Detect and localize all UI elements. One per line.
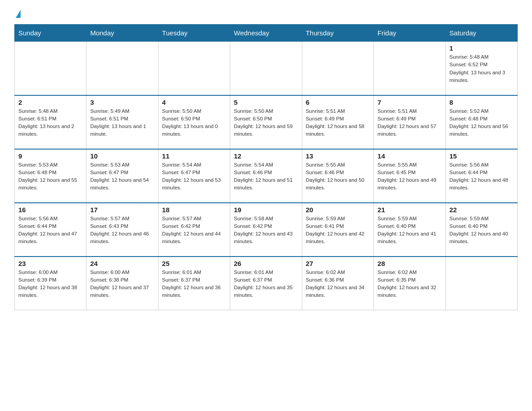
day-number: 16: [18, 206, 82, 214]
day-info-text: Sunset: 6:48 PM: [18, 169, 82, 176]
day-info-text: Sunset: 6:40 PM: [378, 223, 442, 230]
day-info-text: Sunset: 6:42 PM: [162, 223, 226, 230]
calendar-cell: 11Sunrise: 5:54 AMSunset: 6:47 PMDayligh…: [158, 149, 230, 203]
calendar-cell: 13Sunrise: 5:55 AMSunset: 6:46 PMDayligh…: [302, 149, 373, 203]
day-info-text: Sunset: 6:43 PM: [90, 223, 154, 230]
calendar-cell: 27Sunrise: 6:02 AMSunset: 6:36 PMDayligh…: [302, 257, 373, 310]
weekday-header-monday: Monday: [86, 25, 158, 42]
day-info-text: Sunrise: 5:59 AM: [450, 215, 514, 223]
weekday-header-saturday: Saturday: [446, 25, 517, 42]
day-info-text: Sunrise: 6:01 AM: [234, 269, 298, 276]
calendar-cell: 9Sunrise: 5:53 AMSunset: 6:48 PMDaylight…: [15, 149, 86, 203]
calendar-cell: 1Sunrise: 5:48 AMSunset: 6:52 PMDaylight…: [446, 42, 517, 95]
week-row-5: 23Sunrise: 6:00 AMSunset: 6:39 PMDayligh…: [15, 257, 518, 310]
day-info-text: Sunrise: 5:49 AM: [90, 107, 154, 115]
day-number: 11: [162, 152, 226, 160]
day-number: 6: [306, 98, 370, 106]
day-number: 3: [90, 98, 154, 106]
day-number: 21: [378, 206, 442, 214]
day-info-text: Sunrise: 5:48 AM: [18, 107, 82, 115]
day-info-text: Sunset: 6:47 PM: [162, 169, 226, 176]
day-info-text: Sunset: 6:50 PM: [162, 115, 226, 123]
day-info-text: Sunset: 6:50 PM: [234, 115, 298, 123]
day-info-text: Daylight: 13 hours and 2 minutes.: [18, 123, 82, 138]
calendar-cell: 7Sunrise: 5:51 AMSunset: 6:49 PMDaylight…: [374, 95, 446, 149]
day-info-text: Sunset: 6:37 PM: [162, 276, 226, 284]
day-info-text: Sunrise: 6:02 AM: [378, 269, 442, 276]
day-info-text: Daylight: 13 hours and 1 minute.: [90, 123, 154, 138]
day-info-text: Daylight: 12 hours and 53 minutes.: [162, 176, 226, 192]
week-row-1: 1Sunrise: 5:48 AMSunset: 6:52 PMDaylight…: [15, 42, 518, 95]
calendar-cell: [15, 42, 86, 95]
day-info-text: Sunrise: 5:54 AM: [162, 161, 226, 169]
day-info-text: Sunset: 6:52 PM: [450, 61, 514, 68]
day-number: 28: [378, 260, 442, 267]
calendar-cell: 16Sunrise: 5:56 AMSunset: 6:44 PMDayligh…: [15, 203, 86, 257]
calendar-cell: [374, 42, 446, 95]
calendar-cell: [86, 42, 158, 95]
weekday-header-wednesday: Wednesday: [230, 25, 302, 42]
day-info-text: Daylight: 12 hours and 42 minutes.: [306, 230, 370, 246]
day-info-text: Daylight: 12 hours and 47 minutes.: [18, 230, 82, 246]
day-info-text: Daylight: 12 hours and 41 minutes.: [378, 230, 442, 246]
day-info-text: Sunrise: 5:56 AM: [450, 161, 514, 169]
day-number: 22: [450, 206, 514, 214]
day-info-text: Sunrise: 6:00 AM: [90, 269, 154, 276]
day-info-text: Daylight: 13 hours and 3 minutes.: [450, 69, 514, 85]
day-info-text: Daylight: 12 hours and 57 minutes.: [378, 123, 442, 138]
day-number: 4: [162, 98, 226, 106]
day-info-text: Sunrise: 5:53 AM: [90, 161, 154, 169]
day-number: 27: [306, 260, 370, 267]
calendar-cell: 25Sunrise: 6:01 AMSunset: 6:37 PMDayligh…: [158, 257, 230, 310]
day-number: 17: [90, 206, 154, 214]
calendar-cell: [158, 42, 230, 95]
day-info-text: Sunset: 6:35 PM: [378, 276, 442, 284]
day-number: 1: [450, 44, 514, 52]
calendar-cell: 21Sunrise: 5:59 AMSunset: 6:40 PMDayligh…: [374, 203, 446, 257]
day-number: 13: [306, 152, 370, 160]
day-info-text: Daylight: 12 hours and 35 minutes.: [234, 284, 298, 300]
logo: [14, 11, 21, 19]
calendar-cell: [230, 42, 302, 95]
day-info-text: Sunrise: 6:00 AM: [18, 269, 82, 276]
calendar-cell: 2Sunrise: 5:48 AMSunset: 6:51 PMDaylight…: [15, 95, 86, 149]
calendar-cell: 10Sunrise: 5:53 AMSunset: 6:47 PMDayligh…: [86, 149, 158, 203]
day-info-text: Sunset: 6:36 PM: [306, 276, 370, 284]
day-info-text: Daylight: 13 hours and 0 minutes.: [162, 123, 226, 138]
day-info-text: Daylight: 12 hours and 48 minutes.: [450, 176, 514, 192]
day-info-text: Sunrise: 5:50 AM: [234, 107, 298, 115]
day-info-text: Daylight: 12 hours and 38 minutes.: [18, 284, 82, 300]
day-info-text: Sunrise: 5:53 AM: [18, 161, 82, 169]
day-number: 18: [162, 206, 226, 214]
calendar-cell: [446, 257, 517, 310]
day-number: 24: [90, 260, 154, 267]
day-number: 8: [450, 98, 514, 106]
day-number: 15: [450, 152, 514, 160]
weekday-header-sunday: Sunday: [15, 25, 86, 42]
day-info-text: Sunrise: 5:51 AM: [306, 107, 370, 115]
day-info-text: Sunset: 6:38 PM: [90, 276, 154, 284]
day-info-text: Sunset: 6:40 PM: [450, 223, 514, 230]
day-info-text: Sunset: 6:51 PM: [18, 115, 82, 123]
day-number: 26: [234, 260, 298, 267]
logo-triangle-icon: [16, 10, 21, 18]
day-info-text: Sunset: 6:39 PM: [18, 276, 82, 284]
day-info-text: Daylight: 12 hours and 43 minutes.: [234, 230, 298, 246]
day-info-text: Sunset: 6:51 PM: [90, 115, 154, 123]
day-info-text: Sunset: 6:48 PM: [450, 115, 514, 123]
week-row-4: 16Sunrise: 5:56 AMSunset: 6:44 PMDayligh…: [15, 203, 518, 257]
day-number: 7: [378, 98, 442, 106]
calendar-cell: 24Sunrise: 6:00 AMSunset: 6:38 PMDayligh…: [86, 257, 158, 310]
day-number: 5: [234, 98, 298, 106]
day-number: 23: [18, 260, 82, 267]
calendar-cell: 20Sunrise: 5:59 AMSunset: 6:41 PMDayligh…: [302, 203, 373, 257]
weekday-header-tuesday: Tuesday: [158, 25, 230, 42]
day-number: 12: [234, 152, 298, 160]
page-header: [14, 11, 518, 19]
calendar-cell: 15Sunrise: 5:56 AMSunset: 6:44 PMDayligh…: [446, 149, 517, 203]
day-info-text: Daylight: 12 hours and 59 minutes.: [234, 123, 298, 138]
day-number: 9: [18, 152, 82, 160]
day-info-text: Sunset: 6:42 PM: [234, 223, 298, 230]
day-info-text: Daylight: 12 hours and 32 minutes.: [378, 284, 442, 300]
calendar-cell: [302, 42, 373, 95]
